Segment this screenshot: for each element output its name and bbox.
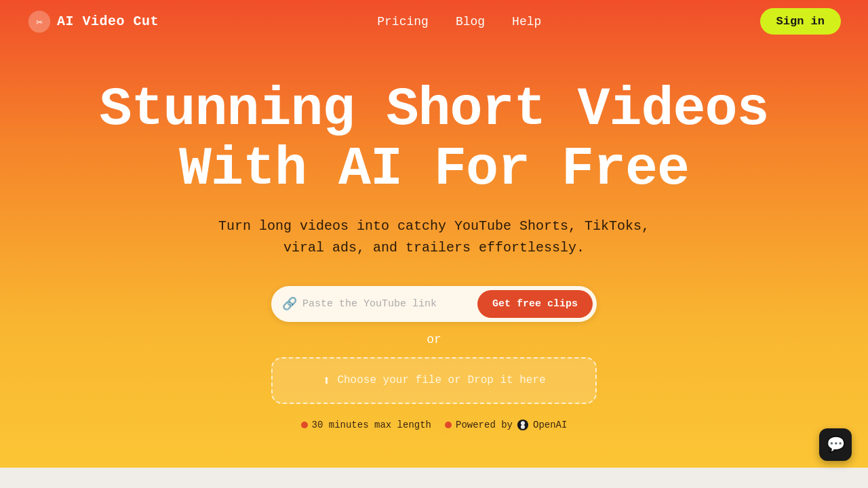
hero-title: Stunning Short Videos With AI For Free bbox=[99, 80, 768, 199]
link-icon: 🔗 bbox=[282, 296, 297, 311]
hero-content: Stunning Short Videos With AI For Free T… bbox=[0, 43, 868, 468]
openai-logo-icon bbox=[517, 419, 529, 431]
nav-blog[interactable]: Blog bbox=[456, 15, 485, 28]
hero-section: ✂ AI Video Cut Pricing Blog Help Sign in… bbox=[0, 0, 868, 468]
info-bar: 30 minutes max length Powered by OpenAI bbox=[301, 419, 568, 431]
svg-text:✂: ✂ bbox=[36, 17, 43, 29]
chat-button[interactable]: 💬 bbox=[819, 428, 852, 461]
navbar-links: Pricing Blog Help bbox=[377, 15, 541, 28]
logo-icon: ✂ bbox=[27, 9, 52, 34]
upload-icon: ⬆ bbox=[322, 372, 330, 389]
file-drop-area[interactable]: ⬆ Choose your file or Drop it here bbox=[271, 357, 597, 404]
powered-by-info: Powered by OpenAI bbox=[445, 419, 567, 431]
or-divider: or bbox=[427, 333, 441, 346]
input-section: 🔗 Get free clips or ⬆ Choose your file o… bbox=[271, 286, 597, 431]
hero-subtitle: Turn long videos into catchy YouTube Sho… bbox=[218, 216, 650, 259]
bottom-bar bbox=[0, 468, 868, 488]
navbar: ✂ AI Video Cut Pricing Blog Help Sign in bbox=[0, 0, 868, 43]
chat-icon: 💬 bbox=[827, 436, 845, 454]
logo-text: AI Video Cut bbox=[57, 14, 159, 29]
youtube-link-input[interactable] bbox=[302, 298, 477, 310]
youtube-input-wrapper: 🔗 Get free clips bbox=[271, 286, 597, 322]
file-drop-label: Choose your file or Drop it here bbox=[337, 374, 545, 386]
signin-button[interactable]: Sign in bbox=[760, 8, 841, 35]
get-clips-button[interactable]: Get free clips bbox=[477, 290, 593, 318]
dot-orange2 bbox=[445, 422, 452, 428]
nav-help[interactable]: Help bbox=[512, 15, 541, 28]
max-length-info: 30 minutes max length bbox=[301, 420, 431, 430]
nav-pricing[interactable]: Pricing bbox=[377, 15, 429, 28]
dot-orange bbox=[301, 422, 308, 428]
logo: ✂ AI Video Cut bbox=[27, 9, 159, 34]
